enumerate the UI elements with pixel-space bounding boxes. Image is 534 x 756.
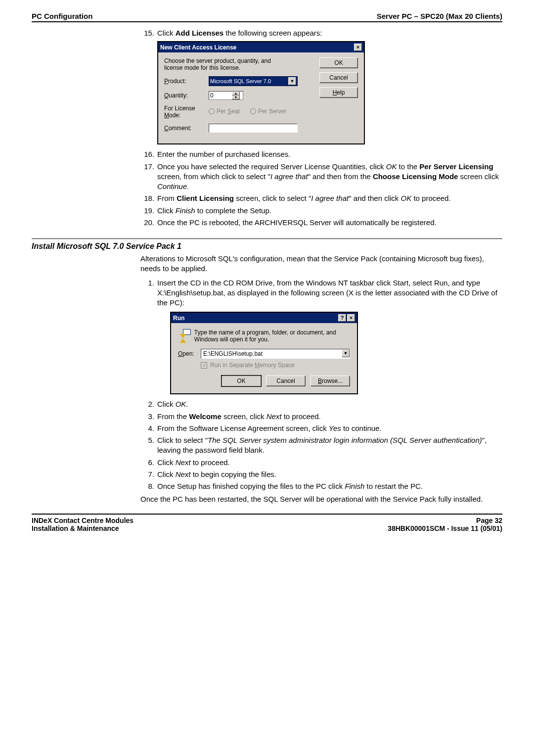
text: the following screen appears: [223,29,322,37]
separate-memory-checkbox: ✓ Run in Separate Memory Space [201,362,350,369]
step-number: 8. [140,481,157,491]
header-left: PC Configuration [32,12,92,20]
dialog-intro-text: Choose the server product, quantity, and… [164,57,283,71]
step-number: 3. [140,412,157,422]
text: Click to select " [157,436,208,444]
text: to restart the PC. [364,482,423,490]
bold-text: Add Licenses [176,29,224,37]
section-heading: Install Microsoft SQL 7.0 Service Pack 1 [32,242,502,251]
help-icon[interactable]: ? [338,314,346,322]
product-label: Product: [164,78,209,85]
browse-button[interactable]: Browse... [311,376,350,386]
quantity-label: Quantity: [164,92,209,99]
open-input[interactable] [201,349,342,358]
spin-up-icon[interactable]: ▲ [232,92,240,95]
new-client-access-license-dialog: New Client Access License × OK Cancel He… [157,41,365,144]
footer-left-1: INDeX Contact Centre Modules [32,517,134,524]
text: " and then click [349,194,400,202]
step-number: 6. [140,458,157,468]
text: to complete the Setup. [195,206,271,215]
s2-step-3: 3. From the Welcome screen, click Next t… [140,412,502,422]
chevron-down-icon[interactable]: ▼ [342,349,350,357]
comment-input[interactable] [209,124,298,133]
bold-text: Choose Licensing Mode [373,172,458,181]
text: to proceed. [191,458,230,467]
text: Click [157,400,176,408]
step-20: 20. Once the PC is rebooted, the ARCHIVE… [140,218,502,228]
run-dialog: Run ? × Type the name of a program, fold… [170,312,358,394]
text: to proceed. [281,412,320,421]
step-17: 17. Once you have selected the required … [140,162,502,192]
text: Click [157,29,176,37]
text: From the [157,412,189,421]
italic-text: Finish [176,206,195,215]
italic-text: Continue [157,182,187,190]
step-number: 15. [140,28,157,38]
step-number: 20. [140,218,157,228]
text: Once you have selected the required Serv… [157,162,386,171]
text: Insert the CD in the CD ROM Drive, from … [157,278,502,308]
section-outro: Once the PC has been restarted, the SQL … [140,494,502,504]
chevron-down-icon[interactable]: ▼ [288,77,296,85]
step-number: 18. [140,193,157,203]
quantity-stepper[interactable]: ▲ ▼ [209,91,243,100]
step-19: 19. Click Finish to complete the Setup. [140,206,502,216]
run-description: Type the name of a program, folder, or d… [194,329,350,343]
text: Once Setup has finished copying the file… [157,482,345,490]
per-server-radio[interactable]: Per Server [250,108,286,115]
radio-label: Per Seat [217,108,240,115]
text: From [157,194,177,202]
radio-icon [209,108,215,114]
spin-down-icon[interactable]: ▼ [232,95,240,99]
text: screen, from which click to select " [157,172,270,181]
step-15: 15. Click Add Licenses the following scr… [140,28,502,38]
italic-text: Next [176,458,191,467]
italic-text: OK [176,400,186,408]
bold-text: Client Licensing [177,194,234,202]
dialog-titlebar: New Client Access License × [158,42,364,52]
step-number: 17. [140,162,157,192]
s2-step-1: 1. Insert the CD in the CD ROM Drive, fr… [140,278,502,308]
text: From the Software License Agreement scre… [157,424,329,432]
footer-right-1: Page 32 [388,517,502,524]
dialog-title: Run [173,315,184,322]
radio-label: Per Server [258,108,286,115]
dialog-titlebar: Run ? × [171,313,357,323]
per-seat-radio[interactable]: Per Seat [209,108,240,115]
page-footer: INDeX Contact Centre Modules Installatio… [32,515,502,532]
radio-icon [250,108,256,114]
bold-text: Welcome [189,412,222,421]
section-intro: Alterations to Microsoft SQL's configura… [140,254,502,274]
help-button[interactable]: Help [319,87,358,98]
close-icon[interactable]: × [354,44,362,51]
s2-step-7: 7. Click Next to begin copying the files… [140,470,502,479]
cancel-button[interactable]: Cancel [319,72,358,83]
text: Once the PC is rebooted, the ARCHIVERSQL… [157,218,502,228]
text: to continue. [341,424,382,432]
step-number: 4. [140,424,157,433]
s2-step-6: 6. Click Next to proceed. [140,458,502,468]
text: Enter the number of purchased licenses. [157,149,502,159]
quantity-input[interactable] [209,92,232,99]
cancel-button[interactable]: Cancel [266,376,306,386]
header-right: Server PC – SPC20 (Max 20 Clients) [377,12,502,20]
product-dropdown[interactable]: Microsoft SQL Server 7.0 ▼ [209,76,298,86]
step-number: 16. [140,149,157,159]
open-combobox[interactable]: ▼ [201,349,350,359]
step-number: 2. [140,399,157,409]
footer-right-2: 38HBK00001SCM - Issue 11 (05/01) [388,524,502,532]
product-value: Microsoft SQL Server 7.0 [210,78,288,84]
s2-step-2: 2. Click OK. [140,399,502,409]
s2-step-4: 4. From the Software License Agreement s… [140,424,502,433]
text: screen click [458,172,499,181]
ok-button[interactable]: OK [222,376,261,386]
text: Click [157,470,176,478]
section-divider [32,238,502,239]
text: to proceed. [411,194,450,202]
italic-text: The SQL Server system administrator logi… [208,436,482,444]
italic-text: Finish [345,482,364,490]
page-header: PC Configuration Server PC – SPC20 (Max … [32,12,502,22]
close-icon[interactable]: × [347,314,355,322]
ok-button[interactable]: OK [319,57,358,68]
step-number: 19. [140,206,157,216]
